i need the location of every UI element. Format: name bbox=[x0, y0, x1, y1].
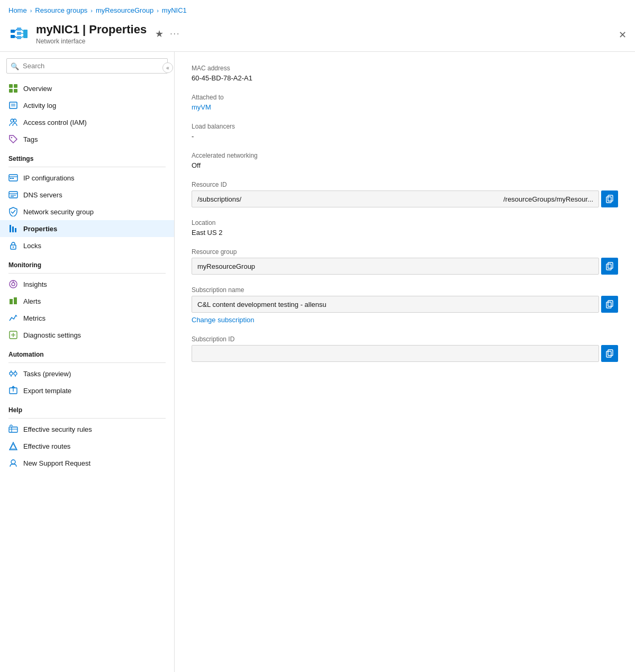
sidebar-item-metrics[interactable]: Metrics bbox=[0, 310, 174, 326]
load-balancers-label: Load balancers bbox=[192, 123, 618, 130]
sidebar-item-tasks[interactable]: Tasks (preview) bbox=[0, 365, 174, 382]
subscription-name-copy-button[interactable] bbox=[601, 296, 618, 313]
search-icon: 🔍 bbox=[11, 62, 19, 70]
resource-id-copy-button[interactable] bbox=[601, 190, 618, 207]
sidebar-item-export[interactable]: Export template bbox=[0, 382, 174, 399]
subscription-id-copy-button[interactable] bbox=[601, 345, 618, 362]
sidebar-item-effective-routes-label: Effective routes bbox=[23, 442, 70, 450]
sidebar-item-properties[interactable]: Properties bbox=[0, 220, 174, 237]
page-header: myNIC1 | Properties Network interface ★ … bbox=[0, 19, 635, 52]
svg-rect-59 bbox=[606, 264, 611, 270]
favorite-button[interactable]: ★ bbox=[155, 28, 164, 40]
resource-icon bbox=[8, 23, 30, 44]
resource-id-input: /subscriptions/ /resourceGroups/myResour… bbox=[192, 190, 599, 207]
sidebar-item-overview[interactable]: Overview bbox=[0, 80, 174, 97]
resource-group-value: myResourceGroup bbox=[197, 262, 255, 270]
subscription-id-row bbox=[192, 345, 618, 362]
locks-icon bbox=[8, 241, 18, 250]
accelerated-networking-field: Accelerated networking Off bbox=[192, 152, 618, 169]
monitoring-divider bbox=[8, 273, 166, 274]
alerts-icon bbox=[8, 296, 18, 306]
resource-id-label: Resource ID bbox=[192, 181, 618, 188]
sidebar-item-activity-log-label: Activity log bbox=[23, 102, 56, 110]
overview-icon bbox=[8, 84, 18, 93]
subscription-name-value: C&L content development testing - allens… bbox=[197, 301, 326, 308]
sidebar-item-tags[interactable]: Tags bbox=[0, 131, 174, 148]
mac-address-field: MAC address 60-45-BD-78-A2-A1 bbox=[192, 65, 618, 82]
subscription-name-label: Subscription name bbox=[192, 286, 618, 294]
resource-id-left: /subscriptions/ bbox=[197, 195, 241, 203]
resource-group-input: myResourceGroup bbox=[192, 258, 599, 275]
automation-divider bbox=[8, 362, 166, 363]
subscription-name-field: Subscription name C&L content developmen… bbox=[192, 286, 618, 324]
close-button[interactable]: ✕ bbox=[619, 29, 627, 41]
svg-point-33 bbox=[13, 247, 14, 248]
search-input[interactable] bbox=[6, 58, 168, 74]
sidebar-item-activity-log[interactable]: Activity log bbox=[0, 97, 174, 114]
mac-address-value: 60-45-BD-78-A2-A1 bbox=[192, 74, 618, 82]
svg-rect-31 bbox=[15, 228, 16, 232]
sidebar-item-dns[interactable]: DNS servers bbox=[0, 186, 174, 203]
monitoring-section-label: Monitoring bbox=[0, 254, 174, 271]
sidebar-item-iam[interactable]: Access control (IAM) bbox=[0, 114, 174, 131]
sidebar-item-insights[interactable]: Insights bbox=[0, 276, 174, 293]
insights-icon bbox=[8, 279, 18, 289]
sidebar-item-effective-security[interactable]: Effective security rules bbox=[0, 421, 174, 438]
attached-to-value[interactable]: myVM bbox=[192, 103, 618, 111]
sidebar-item-locks[interactable]: Locks bbox=[0, 237, 174, 254]
svg-rect-60 bbox=[608, 301, 613, 306]
location-value: East US 2 bbox=[192, 229, 618, 237]
page-container: Home › Resource groups › myResourceGroup… bbox=[0, 0, 635, 672]
sidebar-item-ip-config[interactable]: IP configurations bbox=[0, 169, 174, 186]
more-options-button[interactable]: ··· bbox=[170, 29, 180, 39]
sidebar-item-diagnostic-label: Diagnostic settings bbox=[23, 331, 81, 339]
page-title: myNIC1 | Properties bbox=[36, 23, 147, 37]
resource-id-right: /resourceGroups/myResour... bbox=[503, 195, 593, 203]
accelerated-networking-label: Accelerated networking bbox=[192, 152, 618, 159]
page-subtitle: Network interface bbox=[36, 38, 147, 45]
breadcrumb-mynic1[interactable]: myNIC1 bbox=[162, 6, 187, 14]
accelerated-networking-value: Off bbox=[192, 161, 618, 169]
svg-rect-63 bbox=[606, 351, 611, 357]
sidebar-item-support[interactable]: New Support Request bbox=[0, 455, 174, 471]
svg-rect-3 bbox=[17, 32, 21, 35]
sidebar-item-dns-label: DNS servers bbox=[23, 191, 62, 199]
change-subscription-link[interactable]: Change subscription bbox=[192, 316, 255, 324]
properties-icon bbox=[8, 224, 18, 233]
sidebar-item-alerts[interactable]: Alerts bbox=[0, 293, 174, 310]
breadcrumb-home[interactable]: Home bbox=[8, 6, 27, 14]
settings-section-label: Settings bbox=[0, 148, 174, 165]
resource-id-row: /subscriptions/ /resourceGroups/myResour… bbox=[192, 190, 618, 207]
svg-line-8 bbox=[21, 29, 23, 31]
location-field: Location East US 2 bbox=[192, 219, 618, 237]
sidebar-item-ip-config-label: IP configurations bbox=[23, 174, 75, 182]
sidebar-item-insights-label: Insights bbox=[23, 280, 47, 288]
main-layout: 🔍 « Overview Activity log bbox=[0, 52, 635, 672]
attached-to-field: Attached to myVM bbox=[192, 94, 618, 111]
sidebar: 🔍 « Overview Activity log bbox=[0, 52, 175, 672]
svg-rect-13 bbox=[9, 89, 13, 93]
breadcrumb-my-resource-group[interactable]: myResourceGroup bbox=[96, 6, 153, 14]
svg-rect-30 bbox=[12, 226, 14, 232]
subscription-id-label: Subscription ID bbox=[192, 335, 618, 343]
svg-rect-11 bbox=[9, 84, 13, 88]
svg-rect-29 bbox=[10, 225, 11, 232]
svg-rect-37 bbox=[10, 299, 13, 304]
nsg-icon bbox=[8, 207, 18, 216]
automation-section-label: Automation bbox=[0, 343, 174, 360]
svg-line-6 bbox=[15, 37, 17, 38]
sidebar-item-effective-security-label: Effective security rules bbox=[23, 425, 92, 433]
breadcrumb-resource-groups[interactable]: Resource groups bbox=[35, 6, 87, 14]
sidebar-item-diagnostic[interactable]: Diagnostic settings bbox=[0, 326, 174, 343]
svg-line-10 bbox=[21, 37, 23, 38]
collapse-button[interactable]: « bbox=[162, 62, 173, 73]
sidebar-item-support-label: New Support Request bbox=[23, 459, 90, 467]
sidebar-item-nsg[interactable]: Network security group bbox=[0, 203, 174, 220]
header-title-group: myNIC1 | Properties Network interface bbox=[36, 23, 147, 45]
svg-point-20 bbox=[11, 137, 12, 138]
resource-group-copy-button[interactable] bbox=[601, 258, 618, 275]
svg-rect-25 bbox=[9, 192, 17, 198]
svg-point-35 bbox=[12, 283, 15, 286]
sidebar-item-tasks-label: Tasks (preview) bbox=[23, 370, 71, 378]
sidebar-item-effective-routes[interactable]: Effective routes bbox=[0, 438, 174, 455]
